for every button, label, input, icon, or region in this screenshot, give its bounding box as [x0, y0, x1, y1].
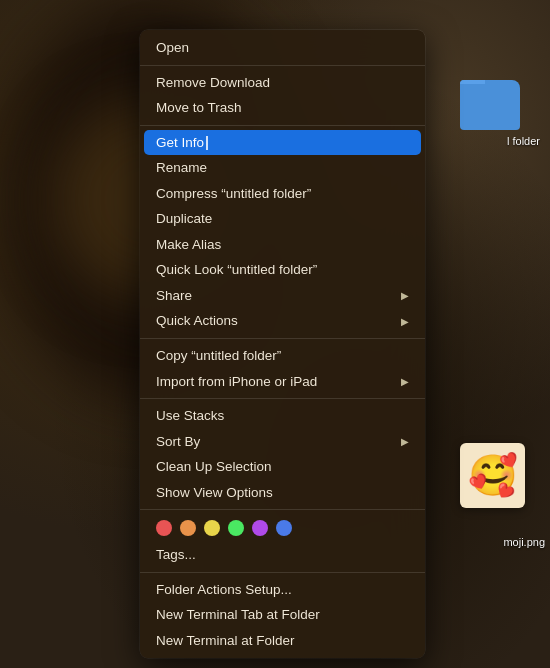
- menu-item-label-quick-actions: Quick Actions: [156, 312, 238, 330]
- menu-item-label-open: Open: [156, 39, 189, 57]
- menu-item-label-new-terminal: New Terminal at Folder: [156, 632, 295, 650]
- menu-item-remove-download[interactable]: Remove Download: [140, 70, 425, 96]
- tag-dot-purple[interactable]: [252, 520, 268, 536]
- menu-item-label-tags-label: Tags...: [156, 546, 196, 564]
- menu-item-duplicate[interactable]: Duplicate: [140, 206, 425, 232]
- menu-separator: [140, 572, 425, 573]
- arrow-icon-import: ▶: [401, 375, 409, 388]
- menu-item-label-new-terminal-tab: New Terminal Tab at Folder: [156, 606, 320, 624]
- menu-item-make-alias[interactable]: Make Alias: [140, 232, 425, 258]
- menu-item-rename[interactable]: Rename: [140, 155, 425, 181]
- tag-dot-red[interactable]: [156, 520, 172, 536]
- menu-item-get-info[interactable]: Get Info: [144, 130, 421, 156]
- tag-dot-yellow[interactable]: [204, 520, 220, 536]
- menu-item-folder-actions[interactable]: Folder Actions Setup...: [140, 577, 425, 603]
- folder-icon[interactable]: [460, 80, 520, 130]
- menu-item-open[interactable]: Open: [140, 35, 425, 61]
- menu-item-share[interactable]: Share▶: [140, 283, 425, 309]
- menu-item-label-share: Share: [156, 287, 192, 305]
- menu-item-label-compress: Compress “untitled folder”: [156, 185, 311, 203]
- menu-item-quick-look[interactable]: Quick Look “untitled folder”: [140, 257, 425, 283]
- context-menu: OpenRemove DownloadMove to TrashGet Info…: [140, 30, 425, 658]
- menu-item-label-folder-actions: Folder Actions Setup...: [156, 581, 292, 599]
- menu-item-import[interactable]: Import from iPhone or iPad▶: [140, 369, 425, 395]
- menu-separator: [140, 509, 425, 510]
- menu-item-label-duplicate: Duplicate: [156, 210, 212, 228]
- arrow-icon-quick-actions: ▶: [401, 315, 409, 328]
- cursor-indicator: [206, 136, 208, 150]
- menu-item-label-copy: Copy “untitled folder”: [156, 347, 281, 365]
- menu-item-label-clean-up: Clean Up Selection: [156, 458, 272, 476]
- menu-item-compress[interactable]: Compress “untitled folder”: [140, 181, 425, 207]
- menu-item-copy[interactable]: Copy “untitled folder”: [140, 343, 425, 369]
- menu-item-tags-label[interactable]: Tags...: [140, 542, 425, 568]
- arrow-icon-share: ▶: [401, 289, 409, 302]
- menu-item-label-show-view-options: Show View Options: [156, 484, 273, 502]
- menu-item-clean-up[interactable]: Clean Up Selection: [140, 454, 425, 480]
- menu-item-label-remove-download: Remove Download: [156, 74, 270, 92]
- menu-item-label-sort-by: Sort By: [156, 433, 200, 451]
- menu-item-label-rename: Rename: [156, 159, 207, 177]
- menu-item-label-quick-look: Quick Look “untitled folder”: [156, 261, 317, 279]
- emoji-image: 🥰: [468, 452, 518, 499]
- menu-item-label-get-info: Get Info: [156, 134, 208, 152]
- menu-item-label-import: Import from iPhone or iPad: [156, 373, 317, 391]
- tag-dot-green[interactable]: [228, 520, 244, 536]
- menu-item-label-move-to-trash: Move to Trash: [156, 99, 242, 117]
- tags-color-row[interactable]: [140, 514, 425, 542]
- folder-label: l folder: [507, 135, 540, 147]
- menu-item-label-make-alias: Make Alias: [156, 236, 221, 254]
- menu-item-new-terminal[interactable]: New Terminal at Folder: [140, 628, 425, 654]
- tag-dot-blue[interactable]: [276, 520, 292, 536]
- menu-item-sort-by[interactable]: Sort By▶: [140, 429, 425, 455]
- menu-separator: [140, 398, 425, 399]
- menu-separator: [140, 125, 425, 126]
- menu-item-show-view-options[interactable]: Show View Options: [140, 480, 425, 506]
- menu-item-quick-actions[interactable]: Quick Actions▶: [140, 308, 425, 334]
- arrow-icon-sort-by: ▶: [401, 435, 409, 448]
- tag-dot-orange[interactable]: [180, 520, 196, 536]
- menu-item-new-terminal-tab[interactable]: New Terminal Tab at Folder: [140, 602, 425, 628]
- menu-item-move-to-trash[interactable]: Move to Trash: [140, 95, 425, 121]
- menu-item-use-stacks[interactable]: Use Stacks: [140, 403, 425, 429]
- menu-item-label-use-stacks: Use Stacks: [156, 407, 224, 425]
- menu-separator: [140, 65, 425, 66]
- menu-separator: [140, 338, 425, 339]
- emoji-thumbnail[interactable]: 🥰: [460, 443, 525, 508]
- emoji-filename: moji.png: [503, 536, 545, 548]
